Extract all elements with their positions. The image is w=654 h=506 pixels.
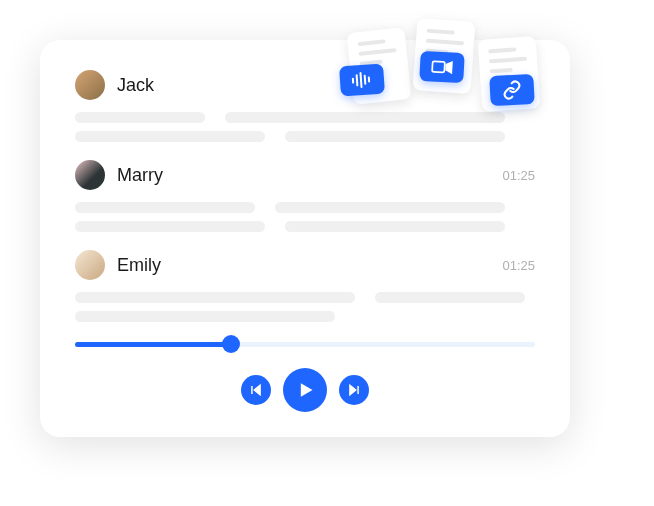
media-attachments	[340, 20, 560, 140]
speaker-name: Jack	[117, 75, 154, 96]
playback-controls	[75, 368, 535, 412]
svg-marker-3	[350, 385, 356, 394]
svg-marker-2	[301, 383, 313, 396]
play-button[interactable]	[283, 368, 327, 412]
speaker-name: Marry	[117, 165, 163, 186]
progress-fill	[75, 342, 231, 347]
avatar	[75, 70, 105, 100]
avatar	[75, 250, 105, 280]
video-badge	[419, 51, 465, 83]
svg-marker-0	[254, 385, 260, 394]
speaker-name: Emily	[117, 255, 161, 276]
entry-header: Marry 01:25	[75, 160, 535, 190]
transcript-entry: Emily 01:25	[75, 250, 535, 322]
previous-button[interactable]	[241, 375, 271, 405]
svg-line-7	[361, 73, 362, 87]
svg-line-6	[357, 75, 358, 85]
waveform-icon	[349, 71, 374, 89]
link-badge	[489, 74, 535, 106]
playback-progress[interactable]	[75, 340, 535, 348]
skip-back-icon	[249, 383, 263, 397]
svg-line-8	[365, 76, 366, 84]
avatar	[75, 160, 105, 190]
play-icon	[295, 380, 315, 400]
progress-thumb[interactable]	[222, 335, 240, 353]
transcript-card: Jack Marry 01:25 Emily 01:25	[40, 40, 570, 437]
transcript-entry: Marry 01:25	[75, 160, 535, 232]
skip-forward-icon	[347, 383, 361, 397]
svg-rect-10	[432, 61, 445, 72]
entry-header: Emily 01:25	[75, 250, 535, 280]
next-button[interactable]	[339, 375, 369, 405]
link-icon	[501, 79, 522, 100]
svg-marker-11	[446, 62, 452, 73]
audio-badge	[339, 64, 385, 97]
video-icon	[431, 59, 454, 74]
transcript-text-placeholder	[75, 292, 535, 322]
timestamp: 01:25	[502, 168, 535, 183]
timestamp: 01:25	[502, 258, 535, 273]
transcript-text-placeholder	[75, 202, 535, 232]
